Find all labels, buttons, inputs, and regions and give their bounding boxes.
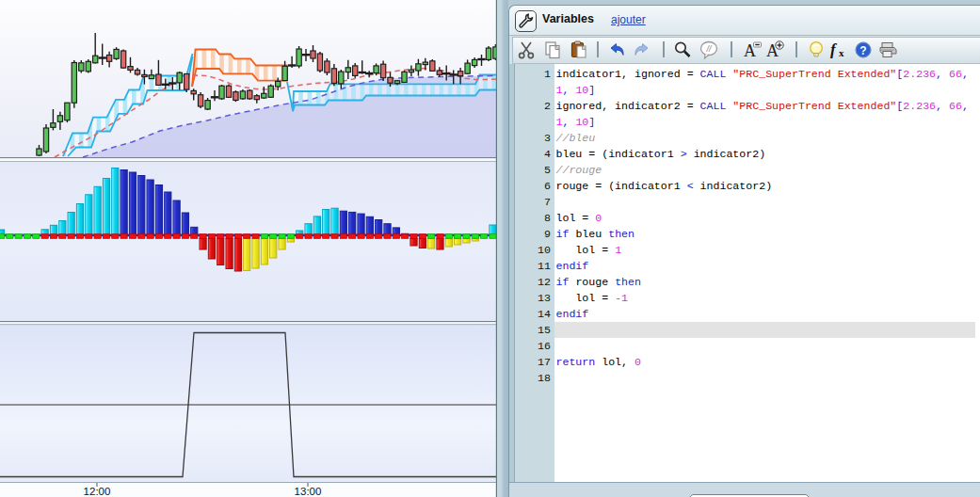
svg-text:f: f: [830, 40, 838, 58]
svg-text:13:00: 13:00: [295, 486, 322, 497]
svg-text:12:00: 12:00: [84, 486, 111, 497]
svg-text:?: ?: [860, 44, 866, 57]
svg-text:x: x: [839, 47, 844, 58]
